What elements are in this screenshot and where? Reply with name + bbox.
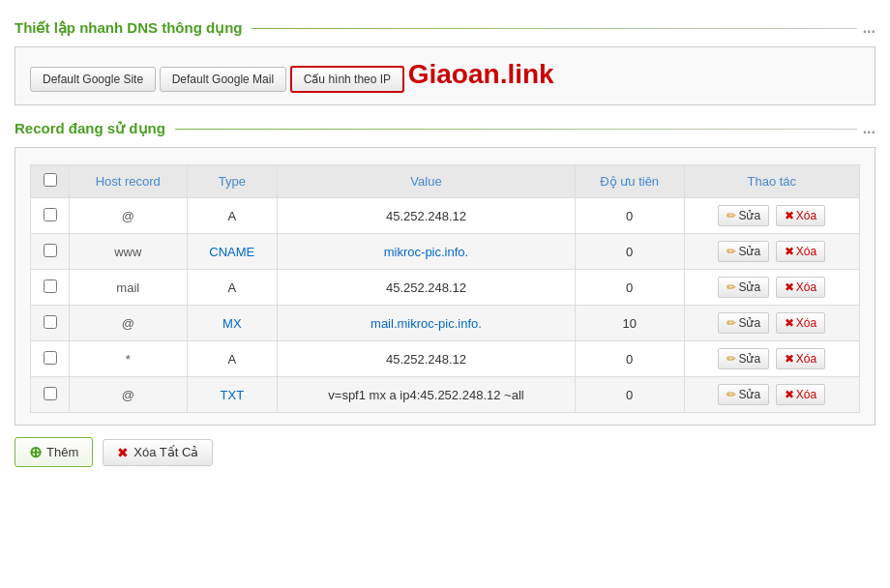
records-divider (175, 129, 857, 130)
select-all-checkbox[interactable] (44, 173, 57, 187)
row-actions-5: ✏Sửa ✖Xóa (684, 377, 859, 413)
header-value: Value (278, 165, 576, 198)
row-checkbox-1[interactable] (44, 244, 57, 257)
pencil-icon-0: ✏ (727, 209, 736, 222)
x-delete-icon: ✖ (117, 445, 129, 460)
row-type-0: A (187, 198, 278, 234)
x-icon-3: ✖ (785, 316, 794, 330)
row-host-3: @ (70, 306, 188, 341)
row-type-2: A (187, 270, 278, 306)
quick-dns-title: Thiết lập nhanh DNS thông dụng (15, 19, 242, 37)
btn-sua-0[interactable]: ✏Sửa (718, 205, 769, 226)
bottom-actions: ⊕ Thêm ✖ Xóa Tất Cả (15, 437, 875, 467)
row-checkbox-cell (31, 234, 70, 270)
btn-xoa-5[interactable]: ✖Xóa (776, 384, 825, 405)
records-title: Record đang sử dụng (15, 120, 165, 137)
pencil-icon-3: ✏ (727, 316, 736, 330)
section-dots-records: ... (863, 120, 875, 137)
row-checkbox-cell (31, 198, 70, 234)
row-actions-0: ✏Sửa ✖Xóa (684, 198, 859, 234)
row-host-0: @ (70, 198, 188, 234)
plus-icon: ⊕ (29, 443, 42, 461)
row-actions-1: ✏Sửa ✖Xóa (684, 234, 859, 270)
row-host-2: mail (70, 270, 188, 306)
table-row: @ MX mail.mikroc-pic.info. 10 ✏Sửa ✖Xóa (31, 306, 860, 341)
row-priority-3: 10 (575, 306, 684, 341)
row-value-0: 45.252.248.12 (278, 198, 576, 234)
row-priority-4: 0 (575, 341, 684, 377)
header-host: Host record (70, 165, 188, 198)
row-value-3: mail.mikroc-pic.info. (278, 306, 576, 341)
row-actions-3: ✏Sửa ✖Xóa (684, 306, 859, 341)
btn-xoa-0[interactable]: ✖Xóa (776, 205, 825, 226)
row-priority-1: 0 (575, 234, 684, 270)
pencil-icon-2: ✏ (727, 280, 736, 294)
btn-xoa-4[interactable]: ✖Xóa (776, 348, 825, 369)
row-type-5: TXT (187, 377, 278, 413)
header-type: Type (187, 165, 278, 198)
row-value-2: 45.252.248.12 (278, 270, 576, 306)
row-checkbox-3[interactable] (44, 315, 57, 329)
header-checkbox-col (31, 165, 70, 198)
brand-logo: Giaoan.link (408, 59, 554, 89)
pencil-icon-4: ✏ (727, 352, 736, 366)
table-row: @ TXT v=spf1 mx a ip4:45.252.248.12 ~all… (31, 377, 860, 413)
header-actions: Thao tác (684, 165, 859, 198)
row-checkbox-cell (31, 306, 70, 341)
section-divider (252, 28, 856, 29)
quick-dns-area: Default Google Site Default Google Mail … (15, 46, 875, 105)
table-row: @ A 45.252.248.12 0 ✏Sửa ✖Xóa (31, 198, 860, 234)
btn-default-google-site[interactable]: Default Google Site (30, 67, 156, 92)
btn-cau-hinh-theo-ip[interactable]: Cấu hình theo IP (290, 66, 404, 93)
pencil-icon-5: ✏ (727, 388, 736, 401)
row-checkbox-cell (31, 377, 70, 413)
row-actions-2: ✏Sửa ✖Xóa (684, 270, 859, 306)
pencil-icon-1: ✏ (727, 245, 736, 258)
header-priority: Độ ưu tiên (575, 165, 684, 198)
x-icon-2: ✖ (785, 280, 794, 294)
btn-xoa-2[interactable]: ✖Xóa (776, 277, 825, 298)
x-icon-5: ✖ (785, 388, 794, 401)
table-row: www CNAME mikroc-pic.info. 0 ✏Sửa ✖Xóa (31, 234, 860, 270)
row-type-4: A (187, 341, 278, 377)
btn-them[interactable]: ⊕ Thêm (15, 437, 93, 467)
row-checkbox-cell (31, 341, 70, 377)
x-icon-0: ✖ (785, 209, 794, 222)
btn-xoa-1[interactable]: ✖Xóa (776, 241, 825, 262)
section-dots-quick: ... (863, 19, 875, 37)
records-area: Host record Type Value Độ ưu tiên Thao t… (15, 147, 875, 426)
row-checkbox-2[interactable] (44, 279, 57, 293)
table-header-row: Host record Type Value Độ ưu tiên Thao t… (31, 165, 860, 198)
btn-them-label: Thêm (46, 445, 78, 459)
row-type-3: MX (187, 306, 278, 341)
row-priority-2: 0 (575, 270, 684, 306)
row-checkbox-5[interactable] (44, 387, 57, 400)
btn-xoa-3[interactable]: ✖Xóa (776, 312, 825, 334)
btn-xoa-tat-ca[interactable]: ✖ Xóa Tất Cả (103, 439, 213, 466)
table-row: * A 45.252.248.12 0 ✏Sửa ✖Xóa (31, 341, 860, 377)
row-value-4: 45.252.248.12 (278, 341, 576, 377)
row-host-4: * (70, 341, 188, 377)
records-table: Host record Type Value Độ ưu tiên Thao t… (30, 164, 860, 413)
row-value-1: mikroc-pic.info. (278, 234, 576, 270)
btn-sua-5[interactable]: ✏Sửa (718, 384, 769, 405)
x-icon-4: ✖ (785, 352, 794, 366)
row-priority-5: 0 (575, 377, 684, 413)
row-priority-0: 0 (575, 198, 684, 234)
btn-xoa-tat-ca-label: Xóa Tất Cả (134, 445, 198, 459)
btn-default-google-mail[interactable]: Default Google Mail (160, 67, 286, 92)
row-value-5: v=spf1 mx a ip4:45.252.248.12 ~all (278, 377, 576, 413)
row-checkbox-0[interactable] (44, 208, 57, 221)
btn-sua-3[interactable]: ✏Sửa (718, 312, 769, 334)
row-checkbox-4[interactable] (44, 351, 57, 365)
btn-sua-2[interactable]: ✏Sửa (718, 277, 769, 298)
row-type-1: CNAME (187, 234, 278, 270)
btn-sua-4[interactable]: ✏Sửa (718, 348, 769, 369)
row-host-5: @ (70, 377, 188, 413)
table-row: mail A 45.252.248.12 0 ✏Sửa ✖Xóa (31, 270, 860, 306)
x-icon-1: ✖ (785, 245, 794, 258)
row-actions-4: ✏Sửa ✖Xóa (684, 341, 859, 377)
btn-sua-1[interactable]: ✏Sửa (718, 241, 769, 262)
row-host-1: www (70, 234, 188, 270)
row-checkbox-cell (31, 270, 70, 306)
